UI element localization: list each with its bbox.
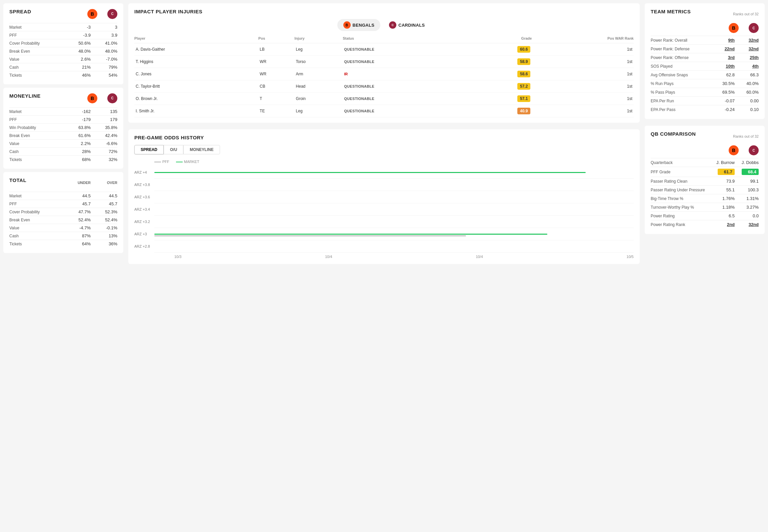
bengals-val: 69.5%: [722, 90, 735, 95]
cardinals-val: 0.00: [750, 98, 759, 103]
chart-x-label: 10/5: [627, 255, 634, 259]
row-label: Cash: [9, 232, 64, 240]
chart-y-label: ARZ +3.4: [134, 207, 150, 211]
player-grade: 60.6: [471, 43, 532, 56]
injuries-card: IMPACT PLAYER INJURIES B BENGALS C CARDI…: [128, 3, 640, 123]
odds-tabs: SPREAD O/U MONEYLINE: [134, 145, 634, 154]
player-grade: 58.6: [471, 68, 532, 80]
table-row: Cash 28% 72%: [9, 148, 117, 156]
metrics-header: TEAM METRICS Ranks out of 32: [651, 9, 759, 19]
qb-header: QB COMPARISON Ranks out of 32: [651, 131, 759, 141]
metric-bengals: 30.5%: [711, 79, 735, 88]
player-grade: 58.9: [471, 56, 532, 68]
row-over: 36%: [91, 240, 117, 248]
metric-bengals: 3rd: [711, 53, 735, 62]
row-label: PFF: [9, 31, 64, 39]
metric-label: EPA Per Run: [651, 97, 711, 105]
chart-row: ARZ +3.4: [154, 203, 634, 216]
table-row: Turnover-Worthy Play % 1.18% 3.27%: [651, 203, 759, 212]
list-item: C. Jones WR Arm IR 58.6 1st: [134, 68, 634, 80]
bengals-val: 30.5%: [722, 81, 735, 86]
metric-cardinals: 4th: [735, 62, 759, 71]
qb-val-cardinals: 100.3: [748, 187, 759, 192]
player-injury: Torso: [295, 56, 343, 68]
player-warrank: 1st: [532, 80, 634, 93]
row-label: Break Even: [9, 132, 64, 140]
row-under: 45.7: [64, 200, 91, 208]
ou-tab[interactable]: O/U: [164, 145, 183, 154]
qb-title: QB COMPARISON: [651, 131, 696, 137]
moneyline-odds-tab[interactable]: MONEYLINE: [183, 145, 220, 154]
player-name: C. Taylor-Britt: [134, 80, 258, 93]
list-item: I. Smith Jr. TE Leg QUESTIONABLE 40.9 1s…: [134, 105, 634, 117]
qb-metric-label: Power Rating Rank: [651, 220, 711, 229]
qb-val-bengals: 1.18%: [722, 205, 735, 210]
right-column: TEAM METRICS Ranks out of 32 B C Power R…: [641, 3, 765, 529]
bengals-val: -0.07: [725, 98, 735, 103]
table-row: Passer Rating Clean 73.9 99.1: [651, 177, 759, 186]
bengals-rank: 22nd: [725, 46, 735, 51]
table-row: Big-Time Throw % 1.76% 1.31%: [651, 194, 759, 203]
table-row: PFF -3.9 3.9: [9, 31, 117, 39]
metric-cardinals: 0.00: [735, 97, 759, 105]
chart-y-label: ARZ +4: [134, 170, 147, 174]
spread-tab[interactable]: SPREAD: [134, 145, 164, 154]
player-warrank: 1st: [532, 93, 634, 105]
row-over: 44.5: [91, 192, 117, 200]
player-injury: Leg: [295, 105, 343, 117]
row-label: Market: [9, 192, 64, 200]
bengals-rank: 10th: [726, 64, 735, 69]
qb-bengals-cell: J. Burrow: [711, 158, 735, 167]
qb-bengals-cell: 55.1: [711, 186, 735, 194]
cardinals-icon: C: [107, 9, 117, 19]
qb-bengals-cell: 1.76%: [711, 194, 735, 203]
qb-val-cardinals: 1.31%: [746, 196, 759, 201]
metric-cardinals: 60.0%: [735, 88, 759, 97]
qb-metric-label: Quarterback: [651, 158, 711, 167]
metric-bengals: -0.07: [711, 97, 735, 105]
cardinals-tab[interactable]: C CARDINALS: [383, 19, 431, 31]
qb-bengals-cell: 73.9: [711, 177, 735, 186]
qb-cardinals-cell: 32nd: [735, 220, 759, 229]
qb-cardinals-icon: C: [749, 145, 759, 155]
table-row: Value 2.6% -7.0%: [9, 55, 117, 63]
row-bengals: -162: [64, 108, 91, 116]
chart-x-label: 10/4: [325, 255, 332, 259]
row-cardinals: 42.4%: [91, 132, 117, 140]
chart-bar-green: [154, 234, 547, 235]
spread-title: SPREAD: [9, 9, 31, 14]
cardinals-val: 0.10: [750, 107, 759, 112]
row-label: Value: [9, 224, 64, 232]
col-pos: Pos: [258, 36, 294, 43]
chart-y-label: ARZ +3.2: [134, 220, 150, 224]
row-cardinals: 54%: [91, 71, 117, 79]
chart-row: ARZ +3: [154, 228, 634, 240]
row-label: Market: [9, 108, 64, 116]
qb-cardinals-cell: 3.27%: [735, 203, 759, 212]
qb-bengals-cell: 61.7: [711, 167, 735, 177]
metric-bengals: 62.8: [711, 71, 735, 79]
cardinals-val: 66.3: [750, 72, 759, 77]
qb-grade-cardinals: 68.4: [742, 169, 759, 175]
table-row: Passer Rating Under Pressure 55.1 100.3: [651, 186, 759, 194]
player-grade: 57.2: [471, 80, 532, 93]
row-bengals: 48.0%: [64, 47, 91, 55]
row-label: Tickets: [9, 240, 64, 248]
row-under: 64%: [64, 240, 91, 248]
bengals-val: -0.24: [725, 107, 735, 112]
row-label: Break Even: [9, 47, 64, 55]
table-row: Power Rank: Defense 22nd 32nd: [651, 45, 759, 53]
market-legend: MARKET: [176, 160, 199, 164]
table-row: Value 2.2% -6.6%: [9, 140, 117, 148]
bengals-tab[interactable]: B BENGALS: [337, 19, 381, 31]
bengals-rank: 9th: [728, 38, 735, 43]
player-pos: CB: [258, 80, 294, 93]
row-label: Tickets: [9, 71, 64, 79]
cardinals-tab-icon: C: [389, 21, 396, 29]
qb-table: Quarterback J. Burrow J. DobbsPFF Grade …: [651, 158, 759, 229]
player-status: QUESTIONABLE: [343, 56, 471, 68]
total-title: TOTAL: [9, 177, 26, 183]
qb-bengals-icon: B: [729, 145, 739, 155]
table-row: Value -4.7% -0.1%: [9, 224, 117, 232]
player-grade: 57.1: [471, 93, 532, 105]
